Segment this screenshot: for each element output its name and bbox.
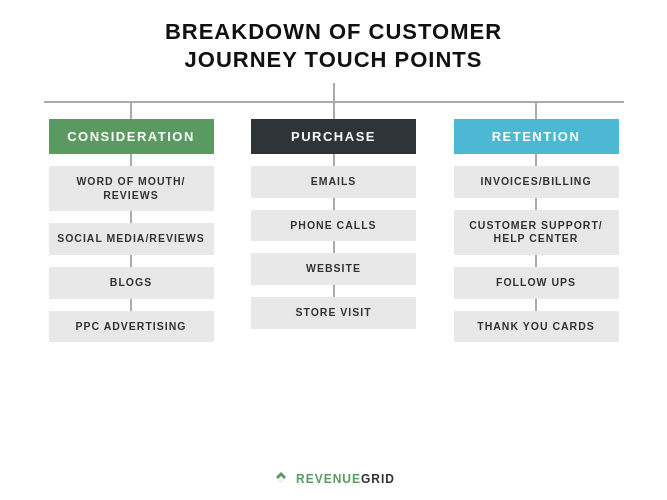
consideration-header: CONSIDERATION [49, 119, 214, 154]
footer: REVENUEGRID [272, 470, 395, 488]
page-title: BREAKDOWN OF CUSTOMER JOURNEY TOUCH POIN… [165, 18, 502, 73]
purchase-item-2: PHONE CALLS [251, 210, 416, 242]
column-purchase: PURCHASE EMAILS PHONE CALLS WEBSITE STOR… [246, 103, 421, 342]
consideration-item-4: PPC ADVERTISING [49, 311, 214, 343]
retention-item-4: THANK YOU CARDS [454, 311, 619, 343]
col-connector-retention [449, 103, 624, 119]
consideration-item-3: BLOGS [49, 267, 214, 299]
consideration-item-1: WORD OF MOUTH/REVIEWS [49, 166, 214, 211]
purchase-item-1: EMAILS [251, 166, 416, 198]
logo-text: REVENUEGRID [296, 472, 395, 486]
retention-header: RETENTION [454, 119, 619, 154]
retention-item-2: CUSTOMER SUPPORT/HELP CENTER [454, 210, 619, 255]
top-vertical-connector [44, 83, 624, 101]
logo-icon [272, 470, 290, 488]
col-connector-consideration [44, 103, 219, 119]
chart-area: CONSIDERATION WORD OF MOUTH/REVIEWS SOCI… [0, 83, 667, 470]
columns-wrapper: CONSIDERATION WORD OF MOUTH/REVIEWS SOCI… [44, 103, 624, 342]
consideration-item-2: SOCIAL MEDIA/REVIEWS [49, 223, 214, 255]
retention-item-1: INVOICES/BILLING [454, 166, 619, 198]
purchase-item-3: WEBSITE [251, 253, 416, 285]
column-retention: RETENTION INVOICES/BILLING CUSTOMER SUPP… [449, 103, 624, 342]
retention-item-3: FOLLOW UPS [454, 267, 619, 299]
col-connector-purchase [246, 103, 421, 119]
column-consideration: CONSIDERATION WORD OF MOUTH/REVIEWS SOCI… [44, 103, 219, 342]
purchase-header: PURCHASE [251, 119, 416, 154]
purchase-item-4: STORE VISIT [251, 297, 416, 329]
